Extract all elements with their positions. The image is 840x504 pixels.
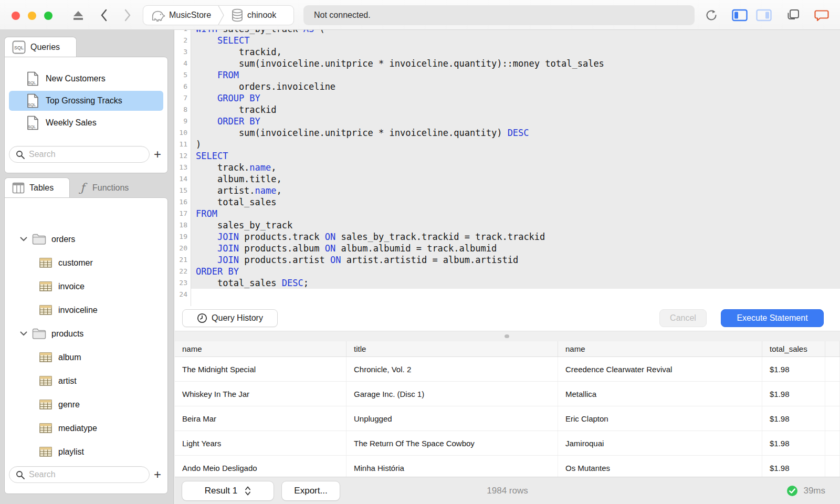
code-line[interactable]: sum(invoiceline.unitprice * invoiceline.… [196,127,840,139]
refresh-icon [705,8,718,22]
minimize-window-button[interactable] [28,12,36,20]
results-cell[interactable]: Garage Inc. (Disc 1) [346,382,558,406]
schema-folder-row[interactable]: orders [8,227,164,251]
sql-editor[interactable]: 1WITH sales_by_track AS (2 SELECT3 track… [175,30,840,306]
results-cell[interactable]: Jamiroquai [558,431,762,455]
code-line[interactable] [196,289,840,300]
tab-tables[interactable]: Tables [4,177,70,198]
code-line[interactable]: JOIN products.artist ON artist.artistid … [196,254,840,266]
code-line[interactable]: ORDER BY [196,266,840,277]
results-row: Light YearsThe Return Of The Space Cowbo… [175,431,840,456]
results-column-header[interactable] [825,341,840,356]
results-cell[interactable]: Light Years [175,431,346,455]
results-cell[interactable]: Creedence Clearwater Revival [558,357,762,381]
results-cell[interactable]: Chronicle, Vol. 2 [346,357,558,381]
results-cell[interactable]: $1.98 [762,406,825,430]
code-line[interactable]: orders.invoiceline [196,81,840,92]
results-cell[interactable]: The Midnight Special [175,357,346,381]
back-button[interactable] [96,7,112,23]
feedback-button[interactable] [814,7,830,23]
table-row-item[interactable]: playlist [8,440,164,464]
results-cell[interactable] [825,357,840,381]
query-list-item[interactable]: SQL New Customers [9,69,163,89]
results-cell[interactable]: The Return Of The Space Cowboy [346,431,558,455]
code-line[interactable]: total_sales DESC; [196,277,840,289]
zoom-window-button[interactable] [44,12,52,20]
code-line[interactable]: trackid [196,104,840,116]
execute-statement-button[interactable]: Execute Statement [721,309,824,327]
line-number: 19 [175,231,187,243]
results-cell[interactable]: Eric Clapton [558,406,762,430]
results-cell[interactable]: Beira Mar [175,406,346,430]
table-row-item[interactable]: invoiceline [8,298,164,322]
code-line[interactable]: SELECT [196,35,840,46]
schema-folder-row[interactable]: products [8,322,164,345]
code-line[interactable]: JOIN products.track ON sales_by_track.tr… [196,231,840,243]
new-window-button[interactable] [785,7,801,23]
code-line[interactable]: FROM [196,208,840,219]
toggle-left-sidebar-button[interactable] [732,7,748,23]
code-line[interactable]: album.title, [196,173,840,185]
results-cell[interactable]: Whiskey In The Jar [175,382,346,406]
close-window-button[interactable] [12,12,20,20]
queries-search-input[interactable]: Search [9,146,150,163]
results-cell[interactable]: $1.98 [762,431,825,455]
table-row-item[interactable]: mediatype [8,416,164,440]
code-line[interactable]: ) [196,139,840,150]
line-number: 24 [175,289,187,300]
toggle-right-sidebar-button[interactable] [756,7,772,23]
add-table-button[interactable]: + [150,467,165,482]
tables-search-input[interactable]: Search [9,466,150,483]
code-line[interactable]: GROUP BY [196,92,840,104]
disconnect-eject-button[interactable] [70,7,86,23]
breadcrumb-server[interactable]: MusicStore [143,6,217,25]
schema-folder-label: products [51,329,83,339]
results-cell[interactable] [825,406,840,430]
code-line[interactable]: ORDER BY [196,116,840,127]
results-cell[interactable]: Metallica [558,382,762,406]
add-query-button[interactable]: + [150,146,165,162]
results-cell[interactable]: $1.98 [762,357,825,381]
table-row-item[interactable]: customer [8,251,164,275]
tab-functions[interactable]: ƒ Functions [70,177,149,198]
tab-queries[interactable]: SQL Queries [4,37,77,57]
line-number: 9 [175,116,187,127]
query-history-button[interactable]: Query History [182,309,278,327]
query-list-item[interactable]: SQL Top Grossing Tracks [9,91,163,111]
table-icon [39,281,52,291]
results-column-header[interactable]: total_sales [762,341,825,356]
line-number: 21 [175,254,187,266]
query-list-item[interactable]: SQL Weekly Sales [9,113,163,133]
results-cell[interactable]: $1.98 [762,382,825,406]
query-item-label: Weekly Sales [46,118,97,128]
results-column-header[interactable]: title [346,341,558,356]
reload-button[interactable] [704,7,719,23]
results-column-header[interactable]: name [175,341,346,356]
table-row-item[interactable]: genre [8,393,164,416]
table-row-item[interactable]: album [8,345,164,369]
folder-icon [32,328,46,339]
search-icon [16,150,25,159]
code-line[interactable]: JOIN products.album ON album.albumid = t… [196,243,840,254]
code-line[interactable]: SELECT [196,150,840,162]
results-cell[interactable] [825,431,840,455]
breadcrumb-database[interactable]: chinook [225,6,282,25]
table-row-item[interactable]: artist [8,369,164,393]
results-splitter[interactable] [175,331,840,341]
results-column-header[interactable]: name [558,341,762,356]
results-cell[interactable]: Unplugged [346,406,558,430]
code-line[interactable]: track.name, [196,162,840,173]
code-line[interactable]: sum(invoiceline.unitprice * invoiceline.… [196,58,840,69]
code-line[interactable]: total_sales [196,196,840,208]
results-cell[interactable] [825,382,840,406]
code-line[interactable]: trackid, [196,46,840,58]
code-line[interactable]: WITH sales_by_track AS ( [196,30,840,35]
code-line[interactable]: artist.name, [196,185,840,196]
queries-panel: SQL New Customers SQL Top Grossing Track… [4,57,168,173]
cancel-button[interactable]: Cancel [659,309,707,327]
code-line[interactable]: sales_by_track [196,219,840,231]
table-row-item[interactable]: invoice [8,275,164,298]
sql-file-icon: SQL [27,93,39,108]
forward-button[interactable] [120,7,135,23]
code-line[interactable]: FROM [196,69,840,81]
